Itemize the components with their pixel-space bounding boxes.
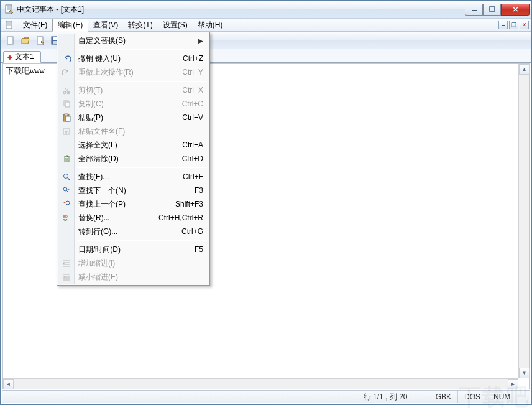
menu-settings[interactable]: 设置(S) [158, 19, 193, 31]
new-file-icon[interactable] [3, 34, 17, 47]
find-next-icon [61, 185, 72, 196]
window-title: 中文记事本 - [文本1] [17, 4, 465, 15]
cut-icon [61, 85, 72, 96]
copy-icon [61, 98, 72, 110]
horizontal-scrollbar[interactable]: ◄ ► [3, 378, 518, 389]
modified-dot-icon: ◆ [7, 54, 12, 60]
menu-file[interactable]: 文件(F) [18, 19, 52, 31]
find-icon [61, 171, 72, 182]
svg-rect-3 [6, 21, 12, 29]
svg-text:fn: fn [65, 129, 69, 135]
menu-outdent: 减小缩进(E) [58, 270, 208, 284]
statusbar: 行 1/1 , 列 20 GBK DOS NUM [2, 390, 530, 403]
svg-rect-1 [472, 10, 477, 11]
menu-separator [77, 49, 207, 50]
menubar: 文件(F) 编辑(E) 查看(V) 转换(T) 设置(S) 帮助(H) ‒ ❐ … [1, 19, 531, 32]
status-numlock: NUM [487, 391, 530, 403]
menu-view[interactable]: 查看(V) [88, 19, 123, 31]
menu-paste[interactable]: 粘贴(P) Ctrl+V [58, 111, 208, 124]
status-position: 行 1/1 , 列 20 [342, 391, 429, 403]
menu-cut: 剪切(T) Ctrl+X [58, 83, 208, 97]
svg-rect-15 [66, 116, 70, 121]
svg-point-18 [64, 174, 68, 179]
status-encoding: GBK [429, 391, 457, 403]
tab-label: 文本1 [15, 52, 34, 62]
paste-filename-icon: fn [61, 126, 72, 137]
vertical-scrollbar[interactable]: ▲ ▼ [518, 64, 529, 378]
menu-copy: 复制(C) Ctrl+C [58, 97, 208, 111]
redo-icon [61, 67, 72, 78]
svg-text:ac: ac [63, 218, 68, 222]
scroll-left-icon[interactable]: ◄ [3, 379, 14, 389]
menu-redo: 重做上次操作(R) Ctrl+Y [58, 65, 208, 79]
menu-help[interactable]: 帮助(H) [193, 19, 228, 31]
maximize-button[interactable] [483, 4, 501, 16]
menu-goto[interactable]: 转到行(G)... Ctrl+G [58, 225, 208, 238]
svg-rect-12 [65, 102, 70, 107]
menu-select-all[interactable]: 选择全文(L) Ctrl+A [58, 138, 208, 152]
menu-find[interactable]: 查找(F)... Ctrl+F [58, 170, 208, 184]
menu-clear-all[interactable]: 全部清除(D) Ctrl+D [58, 152, 208, 166]
indent-icon [61, 258, 72, 269]
menu-convert[interactable]: 转换(T) [123, 19, 157, 31]
open-recent-icon[interactable] [33, 34, 47, 47]
undo-icon [61, 53, 72, 64]
menu-edit[interactable]: 编辑(E) [52, 19, 88, 32]
svg-rect-4 [7, 37, 13, 44]
find-prev-icon [61, 198, 72, 210]
window-buttons [465, 4, 530, 16]
menu-paste-filename: fn 粘贴文件名(F) [58, 124, 208, 138]
menu-find-next[interactable]: 查找下一个(N) F3 [58, 184, 208, 197]
clear-icon [61, 153, 72, 164]
menu-indent: 增加缩进(I) [58, 256, 208, 270]
scroll-down-icon[interactable]: ▼ [519, 368, 530, 378]
mdi-minimize[interactable]: ‒ [498, 21, 508, 29]
scroll-right-icon[interactable]: ► [508, 379, 518, 389]
menu-separator [77, 167, 207, 168]
status-eol: DOS [457, 391, 487, 403]
submenu-arrow-icon: ▶ [198, 37, 203, 44]
outdent-icon [61, 271, 72, 282]
app-icon [4, 4, 14, 14]
menu-custom-replace[interactable]: 自定义替换(S) ▶ [58, 34, 208, 47]
close-button[interactable] [501, 4, 530, 16]
menu-find-prev[interactable]: 查找上一个(P) Shift+F3 [58, 197, 208, 211]
document-tab[interactable]: ◆ 文本1 [3, 51, 41, 63]
titlebar: 中文记事本 - [文本1] [1, 1, 531, 19]
mdi-restore[interactable]: ❐ [509, 21, 518, 29]
menu-separator [77, 81, 207, 82]
mdi-buttons: ‒ ❐ ✕ [498, 19, 531, 31]
menu-undo[interactable]: 撤销 键入(U) Ctrl+Z [58, 52, 208, 65]
paste-icon [61, 112, 72, 123]
mdi-close[interactable]: ✕ [520, 21, 529, 29]
svg-rect-2 [490, 7, 495, 11]
minimize-button[interactable] [465, 4, 483, 16]
edit-menu-dropdown: 自定义替换(S) ▶ 撤销 键入(U) Ctrl+Z 重做上次操作(R) Ctr… [57, 32, 210, 286]
svg-rect-14 [65, 114, 68, 116]
doc-icon [4, 20, 14, 30]
menu-datetime[interactable]: 日期/时间(D) F5 [58, 243, 208, 256]
menu-separator [77, 240, 207, 241]
menu-replace[interactable]: abac 替换(R)... Ctrl+H,Ctrl+R [58, 211, 208, 225]
open-file-icon[interactable] [18, 34, 32, 47]
app-window: 中文记事本 - [文本1] 文件(F) 编辑(E) 查看(V) 转换(T) 设置… [0, 0, 532, 405]
replace-icon: abac [61, 212, 72, 223]
scroll-up-icon[interactable]: ▲ [519, 64, 530, 75]
